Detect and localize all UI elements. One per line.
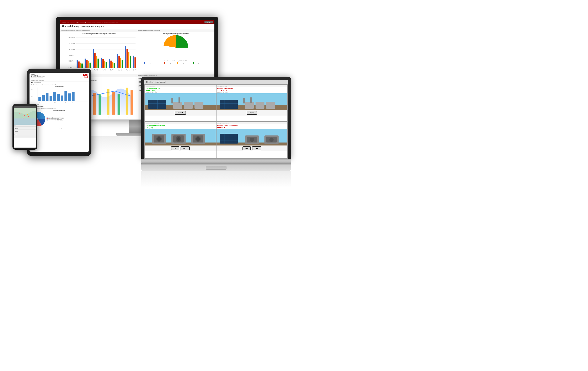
svg-text:May '14: May '14 — [118, 69, 123, 71]
laptop-header-bar: Climation remote control — [144, 80, 288, 84]
svg-rect-81 — [61, 95, 63, 101]
phone-topbar-text: PickData — [14, 107, 17, 107]
svg-rect-118 — [255, 102, 264, 109]
cell1-status: Cooling global start START (3.0) — [145, 87, 216, 92]
machine2-on-button[interactable]: ON — [242, 146, 251, 150]
bar-chart-svg: 2000 kWh 1500 kWh 1000 kWh 750 kWh 500 k… — [61, 35, 136, 73]
svg-text:0 kWh: 0 kWh — [69, 67, 72, 68]
laptop-title: Climation remote control — [146, 81, 166, 83]
stop-button[interactable]: STOP — [247, 111, 257, 115]
svg-rect-80 — [57, 94, 60, 101]
cell4-status: Cooling control machine 2 OFF (4.0) — [217, 124, 288, 129]
phone-topbar: PickData — [14, 106, 36, 108]
tablet-climation-desc: Detail of the distribution of energy con… — [31, 108, 88, 109]
svg-rect-33 — [118, 56, 120, 68]
legend-dot-4 — [47, 120, 48, 121]
phone-list-malaga[interactable]: Malaga — [14, 129, 36, 131]
svg-text:Jul: Jul — [72, 102, 73, 103]
machine2-off-button[interactable]: OFF — [252, 146, 261, 150]
cell4-btn-row: ON OFF — [217, 146, 288, 151]
svg-rect-36 — [125, 46, 126, 68]
svg-rect-23 — [97, 59, 99, 68]
svg-rect-76 — [42, 95, 45, 101]
svg-rect-18 — [88, 61, 89, 68]
language-btn[interactable]: Languages ▼ — [204, 21, 213, 23]
svg-rect-57 — [112, 92, 115, 115]
svg-rect-54 — [93, 93, 96, 115]
svg-rect-138 — [220, 133, 238, 143]
svg-rect-34 — [120, 58, 121, 68]
page-header: Air conditioning consumption analysis — [60, 24, 214, 29]
cell2-status: Cooling global stop STOP (0.0) — [217, 87, 288, 92]
phone-list-maps[interactable]: Maps — [14, 125, 36, 127]
svg-text:2000 kWh: 2000 kWh — [69, 37, 74, 38]
svg-text:Aug '13: Aug '13 — [94, 69, 98, 71]
cooling-global-stop-cell: Cooling global stop Cooling global stop … — [217, 85, 288, 121]
svg-rect-41 — [135, 57, 136, 68]
laptop-screen: Climation remote control Cooling global … — [144, 80, 288, 159]
svg-rect-13 — [78, 62, 80, 68]
cell4-label: Cooling control machine 2 — [217, 122, 288, 124]
machine1-off-button[interactable]: OFF — [180, 146, 190, 150]
svg-rect-26 — [104, 61, 105, 68]
cooling-machine-1-cell: Cooling control machine 1 Cooling contro… — [145, 122, 216, 158]
svg-rect-39 — [130, 56, 131, 68]
svg-rect-83 — [68, 93, 71, 101]
phone-list-almeria[interactable]: Almeria — [14, 128, 36, 129]
cell3-btn-row: ON OFF — [145, 146, 216, 151]
svg-text:800k: 800k — [31, 96, 33, 97]
svg-rect-15 — [82, 64, 83, 68]
phone-shell: PickData — [12, 104, 37, 150]
cooling-global-start-cell: Cooling global start Cooling global star… — [145, 85, 216, 121]
laptop-touchpad[interactable] — [206, 166, 226, 170]
svg-rect-106 — [194, 102, 203, 109]
svg-rect-111 — [220, 100, 238, 109]
laptop-base — [141, 159, 291, 163]
legend-dot-2 — [47, 118, 48, 119]
cooling-machine-2-cell: Cooling control machine 2 Cooling contro… — [217, 122, 288, 158]
svg-rect-105 — [184, 102, 193, 109]
cell3-image — [145, 129, 216, 146]
tablet-desc: The following figures show the main cons… — [31, 84, 88, 85]
start-button[interactable]: START — [175, 111, 186, 115]
breadcrumb: PickData › Sello PickData › Analysis › M… — [61, 21, 118, 23]
svg-text:1 Oct: 1 Oct — [107, 116, 109, 118]
machine1-on-button[interactable]: ON — [171, 146, 179, 150]
svg-rect-107 — [171, 98, 173, 104]
tablet-legend: Active energy climation - Production 3.6… — [47, 117, 64, 122]
cell3-label: Cooling control machine 1 — [145, 122, 216, 124]
legend-dot-1 — [47, 117, 48, 118]
svg-rect-27 — [105, 62, 107, 68]
svg-rect-82 — [64, 91, 67, 101]
laptop-keyboard-base — [141, 165, 291, 171]
tablet-main-section: Main consumption — [30, 82, 89, 84]
svg-text:Nov '14: Nov '14 — [133, 69, 136, 71]
cell4-image — [217, 129, 288, 146]
laptop-reflection — [141, 171, 291, 188]
svg-text:Jan '14: Jan '14 — [110, 69, 114, 71]
svg-rect-22 — [96, 56, 97, 68]
tablet-app: Custom Sede PickData My energy-efficienc… — [30, 73, 89, 152]
svg-rect-56 — [107, 89, 109, 115]
laptop-screen-wrapper: Climation remote control Cooling global … — [141, 77, 291, 159]
pickdata-logo-wrap: Pick Data — [83, 74, 88, 78]
svg-text:7 Oct: 7 Oct — [126, 116, 128, 118]
page-title: Air conditioning consumption analysis — [62, 25, 104, 27]
pie-svg — [163, 35, 188, 60]
tablet-dates: 04/07/2018 09:49 - 10/07/2018 14:41 — [31, 77, 44, 78]
svg-rect-117 — [245, 102, 254, 109]
tablet-climation-section: Climation consumption — [30, 105, 89, 108]
phone: PickData — [12, 104, 37, 150]
tablet-body: The following figures show the main cons… — [30, 84, 89, 105]
cell1-btn-row: START — [145, 110, 216, 116]
phone-list-madrid[interactable]: Madrid — [14, 131, 36, 132]
phone-list-sedes[interactable]: Sedes — [14, 127, 36, 128]
svg-text:0: 0 — [31, 100, 31, 101]
svg-rect-119 — [266, 102, 275, 109]
svg-rect-37 — [126, 49, 128, 68]
pie-legend: Active energy climation - Hall and meeti… — [144, 62, 207, 64]
svg-rect-60 — [130, 90, 133, 115]
tablet-series-label: ● Active energy (kWh) — [31, 104, 88, 105]
cell1-date: Sunday, 2020 Feb 9, 14:01 — [145, 92, 216, 93]
tablet-pie-area: Active energy climation - Production 3.6… — [31, 111, 88, 127]
